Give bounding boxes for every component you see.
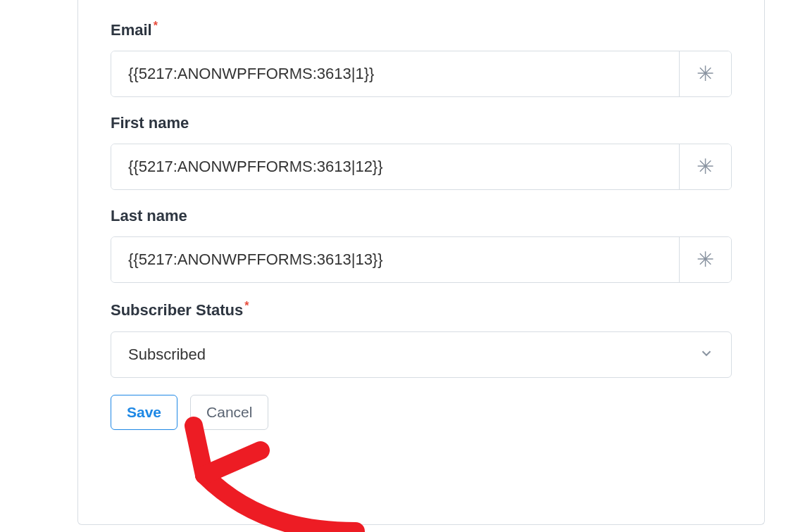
chevron-down-icon (699, 346, 714, 364)
first-name-field-group: First name ✳ (111, 114, 732, 190)
last-name-input[interactable] (111, 237, 679, 282)
subscriber-status-label: Subscriber Status* (111, 300, 732, 319)
first-name-label-text: First name (111, 114, 189, 132)
email-input-wrapper: ✳ (111, 51, 732, 97)
cancel-button[interactable]: Cancel (190, 395, 268, 430)
first-name-field-picker-button[interactable]: ✳ (679, 144, 731, 189)
subscriber-status-label-text: Subscriber Status (111, 302, 243, 319)
subscriber-status-value: Subscribed (128, 346, 206, 364)
asterisk-icon: ✳ (697, 249, 714, 270)
email-input[interactable] (111, 51, 679, 96)
first-name-input[interactable] (111, 144, 679, 189)
asterisk-icon: ✳ (697, 63, 714, 84)
subscriber-status-field-group: Subscriber Status* Subscribed (111, 300, 732, 377)
last-name-label-text: Last name (111, 207, 187, 224)
email-label: Email* (111, 20, 732, 39)
required-mark: * (154, 20, 158, 32)
form-panel: Email* ✳ First name ✳ Last name ✳ (77, 0, 765, 525)
last-name-field-group: Last name ✳ (111, 207, 732, 283)
save-button[interactable]: Save (111, 395, 177, 430)
last-name-input-wrapper: ✳ (111, 236, 732, 283)
button-row: Save Cancel (111, 395, 732, 430)
email-label-text: Email (111, 21, 152, 39)
asterisk-icon: ✳ (697, 156, 714, 177)
last-name-label: Last name (111, 207, 732, 225)
last-name-field-picker-button[interactable]: ✳ (679, 237, 731, 282)
subscriber-status-select[interactable]: Subscribed (111, 331, 732, 378)
required-mark: * (244, 300, 249, 312)
first-name-label: First name (111, 114, 732, 132)
first-name-input-wrapper: ✳ (111, 144, 732, 190)
email-field-picker-button[interactable]: ✳ (679, 51, 731, 96)
email-field-group: Email* ✳ (111, 20, 732, 97)
